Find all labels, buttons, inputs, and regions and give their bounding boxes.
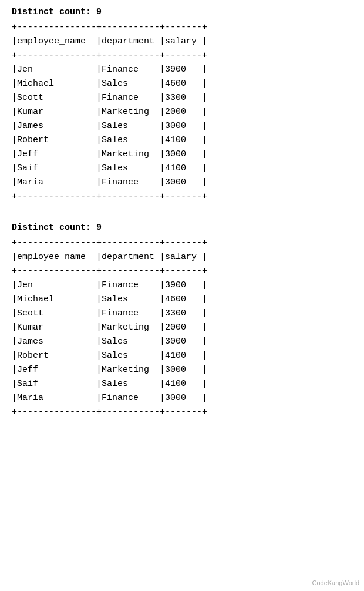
watermark: CodeKangWorld xyxy=(312,579,359,586)
table-2: +---------------+-----------+-------+ |e… xyxy=(12,236,352,419)
section-1: Distinct count: 9+---------------+------… xyxy=(12,7,352,204)
distinct-count-2: Distinct count: 9 xyxy=(12,223,352,233)
section-2: Distinct count: 9+---------------+------… xyxy=(12,223,352,419)
table-1: +---------------+-----------+-------+ |e… xyxy=(12,21,352,204)
distinct-count-1: Distinct count: 9 xyxy=(12,7,352,17)
